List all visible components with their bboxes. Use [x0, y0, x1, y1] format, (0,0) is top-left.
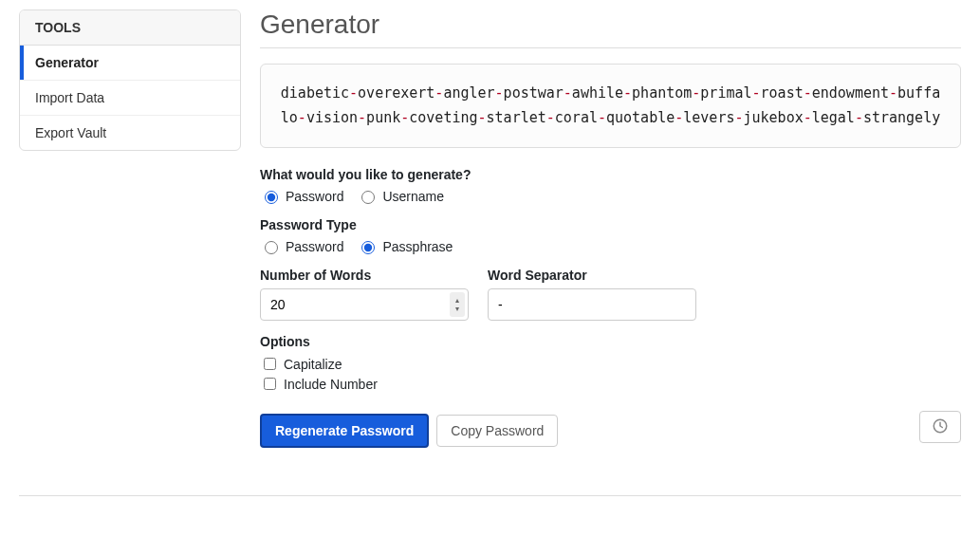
checkbox-include-number[interactable]: [264, 378, 276, 390]
word-sep-group: Word Separator: [488, 268, 696, 321]
output-word: punk: [366, 109, 400, 126]
options-label: Options: [260, 334, 961, 349]
radio-type-passphrase[interactable]: [361, 241, 375, 254]
sidebar-item-label: Export Vault: [35, 125, 106, 140]
checkbox-include-number-label[interactable]: Include Number: [260, 375, 961, 393]
output-word: quotable: [606, 109, 675, 126]
output-separator: -: [598, 109, 606, 126]
page-title: Generator: [260, 9, 961, 40]
output-word: coveting: [409, 109, 477, 126]
output-word: overexert: [358, 84, 435, 102]
password-type-label: Password Type: [260, 217, 961, 232]
output-word: primal: [700, 84, 751, 102]
footer-divider: [19, 495, 961, 496]
num-words-stepper[interactable]: ▴ ▾: [450, 292, 465, 317]
radio-gen-username-label[interactable]: Username: [357, 188, 444, 204]
output-word: starlet: [487, 109, 546, 126]
output-word: angler: [443, 84, 494, 102]
output-word: postwar: [504, 84, 564, 102]
word-sep-label: Word Separator: [488, 268, 696, 283]
title-divider: [260, 47, 961, 48]
generated-output: diabetic-overexert-angler-postwar-awhile…: [260, 64, 961, 148]
sidebar-item-generator[interactable]: Generator: [20, 46, 240, 81]
output-word: strangely: [863, 109, 940, 126]
main: Generator diabetic-overexert-angler-post…: [241, 9, 961, 448]
output-separator: -: [495, 84, 504, 102]
password-type-group: Password Type Password Passphrase: [260, 217, 961, 254]
radio-type-password-label[interactable]: Password: [260, 238, 343, 254]
radio-gen-password[interactable]: [265, 191, 278, 204]
output-word: awhile: [572, 84, 623, 102]
word-sep-input[interactable]: [488, 288, 696, 321]
output-separator: -: [478, 109, 487, 126]
output-word: roast: [761, 84, 804, 102]
checkbox-capitalize[interactable]: [264, 358, 276, 370]
sidebar: TOOLS Generator Import Data Export Vault: [19, 9, 241, 448]
output-separator: -: [358, 109, 366, 126]
output-separator: -: [400, 109, 409, 126]
output-separator: -: [752, 84, 761, 102]
sidebar-header: TOOLS: [20, 10, 240, 46]
output-separator: -: [349, 84, 358, 102]
checkbox-capitalize-text: Capitalize: [284, 357, 342, 372]
checkbox-include-number-text: Include Number: [284, 377, 378, 392]
sidebar-item-label: Import Data: [35, 90, 104, 105]
output-separator: -: [889, 84, 897, 102]
output-separator: -: [675, 109, 683, 126]
radio-gen-password-text: Password: [286, 189, 343, 204]
output-word: endowment: [812, 84, 889, 102]
output-separator: -: [692, 84, 700, 102]
output-word: coral: [555, 109, 598, 126]
options-group: Options Capitalize Include Number: [260, 334, 961, 393]
chevron-down-icon: ▾: [455, 305, 459, 313]
checkbox-capitalize-label[interactable]: Capitalize: [260, 355, 961, 373]
output-separator: -: [855, 109, 863, 126]
copy-button[interactable]: Copy Password: [436, 415, 558, 447]
sidebar-item-import[interactable]: Import Data: [20, 81, 240, 116]
output-word: jukebox: [743, 109, 803, 126]
sidebar-item-label: Generator: [35, 55, 99, 70]
sidebar-item-export[interactable]: Export Vault: [20, 116, 240, 150]
output-word: vision: [306, 109, 358, 126]
output-separator: -: [298, 109, 306, 126]
num-words-input[interactable]: [260, 288, 469, 321]
radio-gen-password-label[interactable]: Password: [260, 188, 343, 204]
radio-type-passphrase-text: Passphrase: [382, 239, 453, 254]
radio-type-password-text: Password: [286, 239, 343, 254]
regenerate-button[interactable]: Regenerate Password: [260, 414, 429, 448]
output-word: diabetic: [281, 84, 349, 102]
radio-type-password[interactable]: [265, 241, 278, 254]
generate-type-label: What would you like to generate?: [260, 167, 961, 182]
output-word: legal: [812, 109, 855, 126]
output-word: phantom: [632, 84, 692, 102]
radio-type-passphrase-label[interactable]: Passphrase: [357, 238, 453, 254]
output-word: levers: [683, 109, 734, 126]
chevron-up-icon: ▴: [455, 296, 459, 305]
output-separator: -: [546, 109, 555, 126]
num-words-group: Number of Words ▴ ▾: [260, 268, 469, 321]
output-separator: -: [564, 84, 572, 102]
output-separator: -: [804, 84, 812, 102]
history-button[interactable]: [919, 411, 961, 443]
radio-gen-username-text: Username: [382, 189, 444, 204]
num-words-label: Number of Words: [260, 268, 469, 283]
output-separator: -: [623, 84, 632, 102]
output-separator: -: [804, 109, 812, 126]
clock-icon: [932, 417, 949, 437]
tools-card: TOOLS Generator Import Data Export Vault: [19, 9, 241, 151]
radio-gen-username[interactable]: [361, 191, 375, 204]
generate-type-group: What would you like to generate? Passwor…: [260, 167, 961, 204]
